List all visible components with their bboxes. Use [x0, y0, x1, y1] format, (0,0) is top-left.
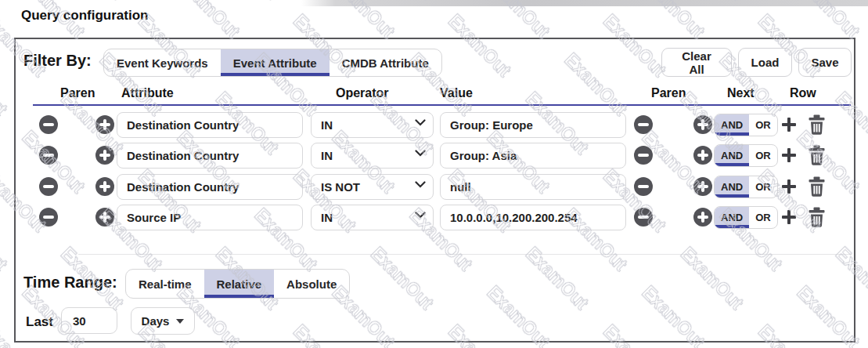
tab-real-time[interactable]: Real-time — [126, 270, 204, 298]
remove-close-paren-button[interactable] — [634, 208, 653, 227]
time-range-label: Time Range: — [23, 274, 117, 292]
add-close-paren-button[interactable] — [693, 177, 712, 196]
query-configuration-panel: Filter By: Event Keywords Event Attribut… — [14, 38, 855, 343]
header-paren-left: Paren — [60, 86, 95, 100]
attribute-input[interactable] — [117, 205, 303, 230]
delete-row-button[interactable] — [808, 176, 827, 198]
delete-row-button[interactable] — [808, 145, 827, 166]
tab-cmdb-attribute[interactable]: CMDB Attribute — [330, 49, 441, 76]
value-input[interactable] — [440, 205, 626, 230]
filter-by-label: Filter By: — [23, 52, 92, 70]
time-range-tabs: Real-time Relative Absolute — [125, 269, 350, 299]
save-button[interactable]: Save — [798, 48, 852, 77]
remove-close-paren-button[interactable] — [634, 177, 653, 196]
last-label: Last — [26, 314, 53, 330]
filter-row: IN AND OR — [16, 111, 854, 140]
remove-open-paren-button[interactable] — [39, 177, 58, 196]
next-or-button[interactable]: OR — [749, 145, 777, 166]
header-row: Row — [790, 86, 816, 100]
header-operator: Operator — [336, 86, 389, 100]
header-next: Next — [727, 86, 755, 100]
add-open-paren-button[interactable] — [95, 208, 114, 227]
filter-type-tabs: Event Keywords Event Attribute CMDB Attr… — [103, 49, 442, 77]
header-paren-right: Paren — [651, 86, 686, 100]
tab-event-attribute[interactable]: Event Attribute — [221, 49, 330, 76]
add-close-paren-button[interactable] — [693, 208, 712, 227]
add-close-paren-button[interactable] — [693, 146, 712, 165]
page-title: Query configuration — [21, 8, 148, 24]
remove-open-paren-button[interactable] — [39, 146, 58, 165]
next-and-button[interactable]: AND — [715, 176, 749, 198]
add-row-button[interactable] — [781, 147, 797, 163]
filter-row: IN AND OR — [16, 204, 854, 232]
operator-select[interactable]: IN — [311, 143, 434, 169]
remove-open-paren-button[interactable] — [39, 115, 58, 134]
add-row-button[interactable] — [781, 209, 797, 225]
last-value-input[interactable] — [61, 307, 117, 334]
remove-close-paren-button[interactable] — [634, 146, 653, 165]
time-unit-label: Days — [142, 314, 170, 328]
add-close-paren-button[interactable] — [693, 115, 712, 134]
add-row-button[interactable] — [781, 117, 797, 132]
add-row-button[interactable] — [781, 179, 797, 194]
add-open-paren-button[interactable] — [95, 177, 114, 196]
attribute-input[interactable] — [117, 112, 303, 138]
next-and-button[interactable]: AND — [715, 114, 749, 136]
divider — [78, 254, 852, 255]
attribute-input[interactable] — [117, 143, 303, 169]
top-gray-bar — [301, 0, 868, 6]
operator-select[interactable]: IN — [311, 112, 434, 138]
delete-row-button[interactable] — [808, 114, 827, 136]
remove-open-paren-button[interactable] — [39, 208, 58, 227]
attribute-input[interactable] — [117, 174, 303, 200]
next-or-button[interactable]: OR — [749, 176, 777, 198]
tab-relative[interactable]: Relative — [204, 270, 275, 298]
value-input[interactable] — [440, 112, 626, 138]
clear-all-button[interactable]: Clear All — [661, 48, 732, 77]
filter-row: IN AND OR — [16, 142, 854, 170]
header-underline — [33, 104, 851, 106]
operator-select[interactable]: IN — [311, 205, 434, 230]
dropdown-arrow-icon — [176, 319, 184, 324]
remove-close-paren-button[interactable] — [634, 115, 653, 134]
operator-select[interactable]: IS NOT — [311, 174, 434, 200]
next-operator-toggle: AND OR — [714, 206, 778, 229]
time-unit-dropdown[interactable]: Days — [131, 307, 195, 335]
next-and-button[interactable]: AND — [715, 145, 749, 166]
load-button[interactable]: Load — [738, 48, 792, 77]
add-open-paren-button[interactable] — [95, 146, 114, 165]
next-or-button[interactable]: OR — [749, 207, 777, 228]
next-operator-toggle: AND OR — [714, 114, 778, 136]
next-or-button[interactable]: OR — [749, 114, 777, 136]
header-attribute: Attribute — [121, 86, 174, 100]
filter-row: IS NOT AND OR — [16, 173, 854, 201]
next-operator-toggle: AND OR — [714, 144, 778, 167]
next-and-button[interactable]: AND — [715, 207, 749, 228]
add-open-paren-button[interactable] — [95, 115, 114, 134]
next-operator-toggle: AND OR — [714, 176, 778, 198]
header-value: Value — [440, 86, 473, 100]
tab-absolute[interactable]: Absolute — [274, 270, 349, 298]
value-input[interactable] — [440, 174, 626, 200]
tab-event-keywords[interactable]: Event Keywords — [104, 49, 221, 76]
value-input[interactable] — [440, 143, 626, 169]
delete-row-button[interactable] — [808, 207, 827, 228]
